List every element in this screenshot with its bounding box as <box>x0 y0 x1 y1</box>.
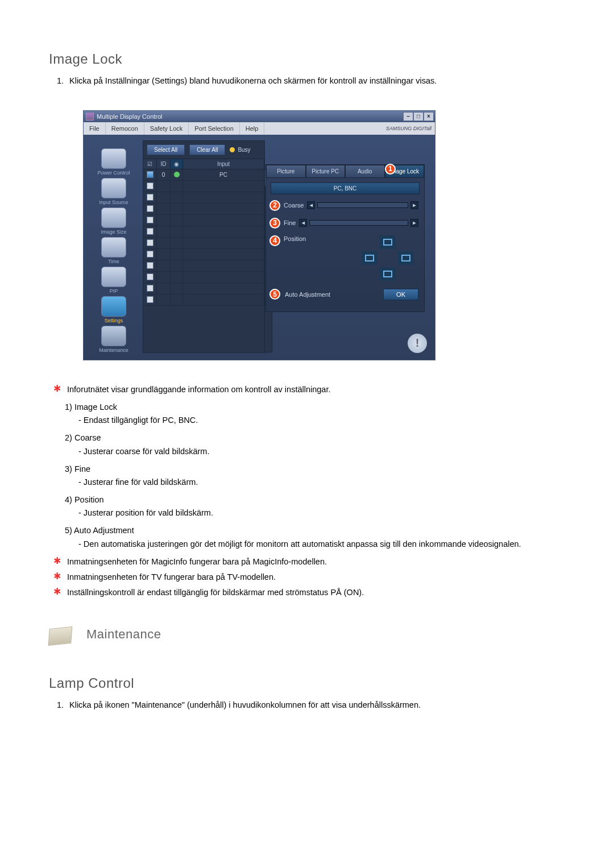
warning-icon: ! <box>408 334 427 353</box>
grid-body: 0 PC <box>143 169 264 352</box>
col-status: ◉ <box>171 159 183 169</box>
ok-button[interactable]: OK <box>383 289 418 300</box>
select-all-button[interactable]: Select All <box>147 144 185 155</box>
row-id: 0 <box>157 169 171 180</box>
row-checkbox[interactable] <box>147 171 154 178</box>
fine-slider[interactable]: ◄► <box>299 219 418 226</box>
nav-maintenance[interactable]: Maintenance <box>88 326 139 353</box>
callout-5: 5 <box>269 289 280 300</box>
window-title: Multiple Display Control <box>97 113 163 120</box>
list-item-5: 5) Auto Adjustment - Den automatiska jus… <box>65 524 565 550</box>
brand-logo: SAMSUNG DIGITall <box>386 126 435 131</box>
callout-2: 2 <box>269 200 280 211</box>
left-nav: Power Control Input Source Image Size Ti… <box>88 140 139 353</box>
row-checkbox[interactable] <box>147 217 154 223</box>
nav-time[interactable]: Time <box>88 237 139 264</box>
arrow-right-icon[interactable]: ► <box>410 201 418 209</box>
titlebar: Multiple Display Control – □ × <box>84 111 435 122</box>
row-checkbox[interactable] <box>147 182 154 189</box>
row-checkbox[interactable] <box>147 273 154 280</box>
coarse-slider[interactable]: ◄► <box>307 202 418 209</box>
nav-power-control[interactable]: Power Control <box>88 148 139 176</box>
arrow-left-icon[interactable]: ◄ <box>299 219 307 227</box>
label-fine: Fine <box>284 219 296 226</box>
menu-file[interactable]: File <box>84 122 106 135</box>
menu-safety-lock[interactable]: Safety Lock <box>144 122 189 135</box>
window-buttons: – □ × <box>403 112 434 121</box>
row-checkbox[interactable] <box>147 239 154 246</box>
row-checkbox[interactable] <box>147 205 154 212</box>
nav-image-size[interactable]: Image Size <box>88 207 139 235</box>
status-dot <box>174 172 180 177</box>
maximize-button[interactable]: □ <box>413 112 424 121</box>
step-text: Klicka på ikonen "Maintenance" (underhål… <box>69 699 421 712</box>
callout-3: 3 <box>269 218 280 229</box>
nav-settings[interactable]: Settings <box>88 296 139 323</box>
pos-left-button[interactable] <box>362 251 377 265</box>
col-id: ID <box>157 159 171 169</box>
maintenance-heading: Maintenance <box>49 622 565 647</box>
row-checkbox[interactable] <box>147 228 154 235</box>
nav-pip[interactable]: PIP <box>88 267 139 294</box>
section-title-image-lock: Image Lock <box>49 51 565 67</box>
menu-remocon[interactable]: Remocon <box>106 122 144 135</box>
menu-help[interactable]: Help <box>240 122 265 135</box>
row-checkbox[interactable] <box>147 194 154 201</box>
arrow-left-icon[interactable]: ◄ <box>307 201 315 209</box>
row-checkbox[interactable] <box>147 296 154 303</box>
row-checkbox[interactable] <box>147 285 154 292</box>
note-tv: ✱ Inmatningsenheten för TV fungerar bara… <box>53 571 565 584</box>
list-item-3: 3) Fine - Justerar fine för vald bildskä… <box>65 463 565 489</box>
star-icon: ✱ <box>53 586 63 599</box>
star-icon: ✱ <box>53 383 63 396</box>
row-checkbox[interactable] <box>147 262 154 269</box>
pos-up-button[interactable] <box>380 235 396 249</box>
settings-panel: 1 Picture Picture PC Audio Image Lock PC… <box>265 164 425 312</box>
col-input: Input <box>183 159 264 169</box>
clear-all-button[interactable]: Clear All <box>189 144 225 155</box>
step-number: 1. <box>57 699 69 712</box>
arrow-right-icon[interactable]: ► <box>410 219 418 227</box>
row-input: PC <box>183 169 264 180</box>
step-text: Klicka på Inställningar (Settings) bland… <box>69 75 437 88</box>
busy-icon <box>230 147 235 152</box>
list-item-2: 2) Coarse - Justerar coarse för vald bil… <box>65 431 565 458</box>
menubar: File Remocon Safety Lock Port Selection … <box>84 122 435 135</box>
label-auto-adjustment: Auto Adjustment <box>285 291 330 298</box>
label-coarse: Coarse <box>284 202 304 209</box>
step-1-image-lock: 1. Klicka på Inställningar (Settings) bl… <box>57 75 565 88</box>
label-position: Position <box>284 235 306 242</box>
mdc-window: Multiple Display Control – □ × File Remo… <box>83 110 435 360</box>
step-number: 1. <box>57 75 69 88</box>
table-row[interactable]: 0 PC <box>143 169 264 181</box>
star-icon: ✱ <box>53 571 63 584</box>
menu-port-selection[interactable]: Port Selection <box>189 122 239 135</box>
position-pad[interactable] <box>362 235 414 281</box>
note-intro: ✱ Inforutnätet visar grundläggande infor… <box>53 383 565 396</box>
display-grid: Select All Clear All Busy ☑ ID ◉ Input 0 <box>143 140 265 353</box>
list-item-1: 1) Image Lock - Endast tillgängligt för … <box>65 401 565 427</box>
callout-1: 1 <box>385 164 396 175</box>
note-on: ✱ Inställningskontroll är endast tillgän… <box>53 586 565 599</box>
step-1-lamp-control: 1. Klicka på ikonen "Maintenance" (under… <box>57 699 565 712</box>
panel-header: PC, BNC <box>271 182 420 194</box>
close-button[interactable]: × <box>424 112 434 121</box>
tab-picture-pc[interactable]: Picture PC <box>306 165 346 178</box>
callout-4: 4 <box>269 235 280 246</box>
tab-audio[interactable]: Audio <box>345 165 385 178</box>
col-check: ☑ <box>143 159 157 169</box>
embedded-screenshot: Multiple Display Control – □ × File Remo… <box>83 110 565 360</box>
pos-right-button[interactable] <box>398 251 414 265</box>
minimize-button[interactable]: – <box>403 112 413 121</box>
row-checkbox[interactable] <box>147 251 154 258</box>
pos-down-button[interactable] <box>380 267 396 281</box>
section-title-lamp-control: Lamp Control <box>49 675 565 691</box>
list-item-4: 4) Position - Justerar position för vald… <box>65 493 565 520</box>
tab-picture[interactable]: Picture <box>266 165 306 178</box>
maintenance-icon <box>49 622 78 647</box>
app-icon <box>86 113 94 121</box>
note-magicinfo: ✱ Inmatningsenheten för MagicInfo funger… <box>53 555 565 568</box>
nav-input-source[interactable]: Input Source <box>88 178 139 205</box>
star-icon: ✱ <box>53 555 63 568</box>
busy-indicator: Busy <box>230 147 250 153</box>
